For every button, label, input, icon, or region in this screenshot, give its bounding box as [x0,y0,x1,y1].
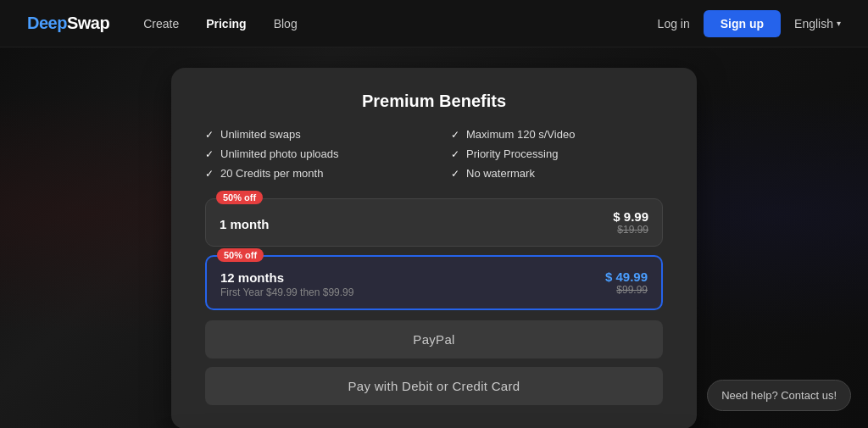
benefit-item-5: ✓ Priority Processing [451,147,663,160]
check-icon-1: ✓ [205,129,214,141]
benefit-item-2: ✓ Unlimited photo uploads [205,147,417,160]
main-content: Premium Benefits ✓ Unlimited swaps ✓ Max… [0,47,868,428]
nav-create[interactable]: Create [143,17,179,31]
check-icon-6: ✓ [451,168,459,180]
credit-card-button[interactable]: Pay with Debit or Credit Card [205,367,663,405]
plan-12months-price: $ 49.99 [605,270,648,284]
nav-pricing[interactable]: Pricing [206,17,246,31]
help-button[interactable]: Need help? Contact us! [707,380,851,411]
plan-12months-subtitle: First Year $49.99 then $99.99 [220,286,353,298]
paypal-button[interactable]: PayPal [205,320,663,359]
check-icon-5: ✓ [451,148,459,160]
benefit-text-6: No watermark [466,167,535,180]
benefit-item-6: ✓ No watermark [451,167,663,180]
nav-links: Create Pricing Blog [143,17,657,31]
plan-1month-left: 1 month [220,214,269,231]
plan-12months-left: 12 months First Year $49.99 then $99.99 [220,267,353,298]
login-button[interactable]: Log in [658,17,690,31]
benefit-item-4: ✓ Maximum 120 s/Video [451,128,663,141]
benefit-text-4: Maximum 120 s/Video [466,128,575,141]
navbar: DeepSwap Create Pricing Blog Log in Sign… [0,0,868,47]
benefit-item-3: ✓ 20 Credits per month [205,167,417,180]
benefit-text-1: Unlimited swaps [220,128,301,141]
plan-12months-name: 12 months [220,270,353,285]
plan-12months-right: $ 49.99 $99.99 [605,270,648,296]
logo-part2: Swap [67,14,109,32]
plan-12months[interactable]: 50% off 12 months First Year $49.99 then… [205,255,663,310]
payment-buttons: PayPal Pay with Debit or Credit Card [205,320,663,405]
logo: DeepSwap [27,14,109,33]
language-selector[interactable]: English [794,17,841,31]
plan-1month-badge: 50% off [216,191,263,204]
premium-card: Premium Benefits ✓ Unlimited swaps ✓ Max… [171,68,697,428]
logo-part1: Deep [27,14,67,32]
nav-right: Log in Sign up English [658,10,841,37]
plan-1month-price: $ 9.99 [613,209,648,224]
plan-1month-original: $19.99 [613,224,648,236]
signup-button[interactable]: Sign up [704,10,781,37]
check-icon-3: ✓ [205,168,214,180]
benefit-text-2: Unlimited photo uploads [220,147,338,160]
benefit-text-3: 20 Credits per month [220,167,323,180]
plan-12months-original: $99.99 [605,284,648,296]
plan-1month-name: 1 month [220,217,269,231]
benefit-item-1: ✓ Unlimited swaps [205,128,417,141]
check-icon-4: ✓ [451,129,459,141]
plan-12months-badge: 50% off [217,248,264,262]
check-icon-2: ✓ [205,148,214,160]
plan-1month[interactable]: 50% off 1 month $ 9.99 $19.99 [205,198,663,247]
premium-title: Premium Benefits [205,92,663,111]
benefit-text-5: Priority Processing [466,147,558,160]
plan-1month-right: $ 9.99 $19.99 [613,209,648,236]
benefits-grid: ✓ Unlimited swaps ✓ Maximum 120 s/Video … [205,128,663,180]
nav-blog[interactable]: Blog [274,17,298,31]
